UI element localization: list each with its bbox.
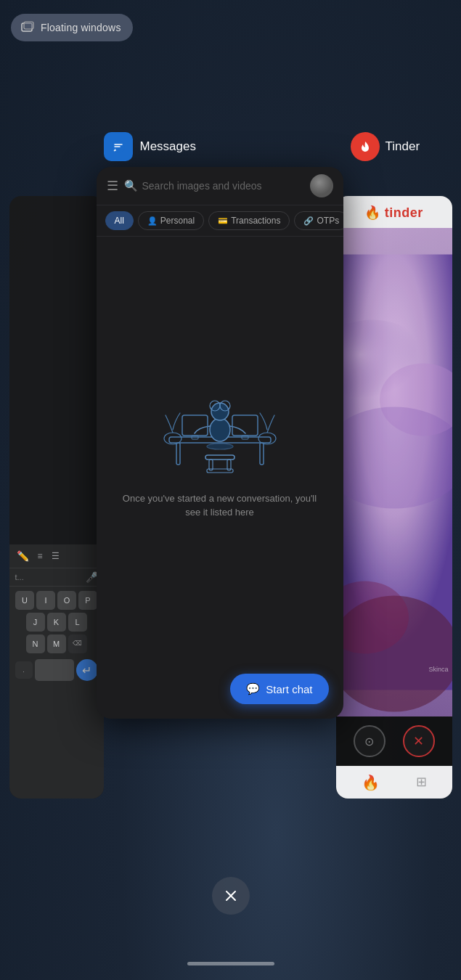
tinder-card-bg (336, 228, 452, 716)
messages-search-bar: ☰ 🔍 Search images and videos (97, 167, 343, 205)
key-enter[interactable]: ↵ (76, 659, 98, 681)
credit-card-icon: 💳 (218, 216, 228, 226)
app-labels-row: Messages Tinder (0, 132, 461, 161)
tinder-logo: 🔥 tinder (364, 205, 423, 221)
tab-otps-label: OTPs (317, 216, 339, 226)
avatar-image (310, 174, 333, 197)
tab-all-label: All (115, 216, 124, 226)
key-n[interactable]: N (26, 634, 45, 653)
tinder-app-label: Tinder (343, 132, 460, 161)
camera-icon: ⊙ (364, 735, 374, 748)
tinder-flame-icon: 🔥 (364, 205, 381, 221)
key-p[interactable]: P (78, 591, 97, 610)
list-icon[interactable]: ☰ (52, 551, 60, 561)
avatar[interactable] (310, 174, 333, 197)
key-k[interactable]: K (47, 613, 66, 632)
tab-personal-label: Personal (160, 216, 195, 226)
keyboard-row-1: U I O P (12, 591, 101, 610)
tab-transactions-label: Transactions (231, 216, 280, 226)
tinder-bottom-nav: 🔥 ⊞ (336, 766, 452, 799)
tab-otps[interactable]: 🔗 OTPs (294, 211, 343, 230)
key-l[interactable]: L (68, 613, 87, 632)
messages-app-icon (104, 132, 133, 161)
keyboard-rows: U I O P J K L N M ⌫ . ↵ (9, 587, 104, 799)
svg-point-24 (336, 407, 452, 509)
svg-rect-4 (176, 443, 180, 465)
mic-icon[interactable]: 🎤 (86, 571, 98, 583)
keyboard-row-3: N M ⌫ (12, 634, 101, 653)
messages-app-label: Messages (97, 132, 343, 161)
x-icon (222, 887, 240, 905)
keyboard-window: ✏️ ≡ ☰ t... 🎤 U I O P J K L (9, 196, 104, 799)
keyboard-toolbar: ✏️ ≡ ☰ (9, 544, 104, 568)
hamburger-icon[interactable]: ☰ (107, 178, 118, 194)
svg-rect-1 (24, 22, 33, 29)
tinder-logo-text-label: tinder (385, 205, 423, 221)
start-chat-label: Start chat (266, 683, 312, 695)
key-m[interactable]: M (47, 634, 66, 653)
chat-bubble-icon: 💬 (246, 682, 260, 695)
tab-transactions[interactable]: 💳 Transactions (208, 211, 290, 230)
close-all-button[interactable] (212, 877, 250, 915)
floating-windows-icon (20, 20, 36, 36)
filter-tabs: All 👤 Personal 💳 Transactions 🔗 OTPs › (97, 205, 343, 237)
tab-all[interactable]: All (105, 211, 134, 230)
key-space[interactable] (35, 659, 74, 681)
pencil-icon[interactable]: ✏️ (17, 550, 29, 562)
close-icon: ✕ (413, 733, 424, 749)
text-input-preview: t... (15, 573, 81, 581)
tinder-actions: ⊙ ✕ (336, 716, 452, 766)
svg-point-10 (210, 418, 230, 441)
home-indicator (187, 962, 274, 965)
messages-title: Messages (140, 139, 196, 154)
empty-state-text: Once you've started a new conversation, … (118, 491, 322, 520)
key-dot[interactable]: . (15, 661, 33, 679)
svg-rect-5 (260, 443, 264, 465)
search-icon: 🔍 (124, 179, 138, 192)
tinder-card-area: Skinca (336, 228, 452, 716)
tinder-app-icon (351, 132, 380, 161)
empty-illustration (155, 361, 285, 477)
empty-state: Once you've started a new conversation, … (97, 237, 343, 643)
key-backspace[interactable]: ⌫ (68, 634, 87, 653)
tinder-explore-icon[interactable]: ⊞ (416, 774, 427, 791)
floating-windows-badge[interactable]: Floating windows (11, 14, 133, 41)
tinder-header: 🔥 tinder (336, 196, 452, 228)
key-o[interactable]: O (57, 591, 76, 610)
tinder-window: 🔥 tinder (336, 196, 452, 799)
search-placeholder-text: Search images and videos (142, 180, 262, 192)
start-chat-button[interactable]: 💬 Start chat (230, 674, 328, 704)
tab-personal[interactable]: 👤 Personal (138, 211, 204, 230)
key-j[interactable]: J (26, 613, 45, 632)
tinder-home-icon[interactable]: 🔥 (362, 774, 380, 791)
link-icon: 🔗 (303, 216, 314, 226)
keyboard-bottom-row: . ↵ (12, 656, 101, 684)
windows-container: ✏️ ≡ ☰ t... 🎤 U I O P J K L (0, 167, 461, 799)
tinder-camera-button[interactable]: ⊙ (354, 725, 385, 757)
search-input-wrap[interactable]: 🔍 Search images and videos (124, 179, 304, 192)
tinder-title: Tinder (385, 139, 420, 154)
svg-rect-6 (205, 455, 234, 460)
tinder-card-overlay-text: Skinca (428, 666, 448, 673)
key-u[interactable]: U (15, 591, 34, 610)
floating-windows-label: Floating windows (41, 22, 121, 33)
tinder-content: 🔥 tinder (336, 196, 452, 799)
tinder-dislike-button[interactable]: ✕ (403, 725, 435, 757)
person-icon: 👤 (147, 216, 158, 226)
keyboard-area: ✏️ ≡ ☰ t... 🎤 U I O P J K L (9, 544, 104, 799)
svg-point-20 (207, 444, 233, 449)
keyboard-row-2: J K L (12, 613, 101, 632)
messages-window: ☰ 🔍 Search images and videos All 👤 Perso… (97, 167, 343, 719)
key-i[interactable]: I (36, 591, 55, 610)
align-icon[interactable]: ≡ (38, 551, 43, 561)
